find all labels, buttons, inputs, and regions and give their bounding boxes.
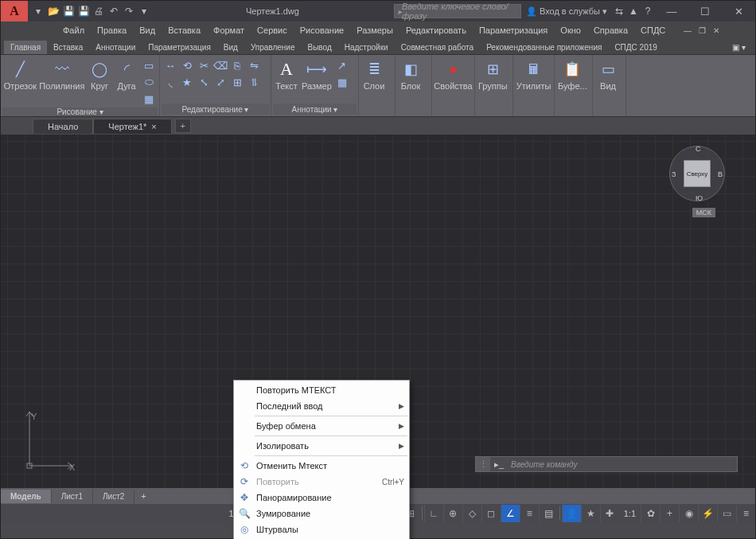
hatch-icon[interactable]: ▦ <box>141 91 157 107</box>
command-line[interactable]: ⋮ ▸_ Введите команду <box>475 456 738 472</box>
ctx-recent-input[interactable]: Последний ввод▶ <box>234 398 409 414</box>
mirror-icon[interactable]: ⇋ <box>246 57 262 73</box>
qat-undo-icon[interactable]: ↶ <box>107 4 121 18</box>
tab-output[interactable]: Вывод <box>302 41 338 54</box>
menu-tools[interactable]: Сервис <box>251 23 294 37</box>
menu-help[interactable]: Справка <box>587 23 634 37</box>
menu-edit[interactable]: Правка <box>91 23 133 37</box>
panel-draw-title[interactable]: Рисование ▾ <box>2 107 158 116</box>
menu-insert[interactable]: Вставка <box>162 23 207 37</box>
properties-button[interactable]: ●Свойства <box>435 57 472 92</box>
trim-icon[interactable]: ✂ <box>196 57 212 73</box>
menu-file[interactable]: Файл <box>57 23 91 37</box>
clean-screen-icon[interactable]: ▭ <box>717 505 736 522</box>
tab-featured[interactable]: Рекомендованные приложения <box>480 41 608 54</box>
tab-parametric[interactable]: Параметризация <box>142 41 217 54</box>
dimension-button[interactable]: ⟼Размер <box>301 57 333 92</box>
ctx-steering-wheels[interactable]: ◎Штурвалы <box>234 521 409 537</box>
ctx-isolate[interactable]: Изолировать▶ <box>234 438 409 454</box>
wcs-label[interactable]: МСК <box>692 208 715 217</box>
viewcube-south[interactable]: Ю <box>696 194 703 202</box>
doc-close-icon[interactable]: ✕ <box>709 23 723 37</box>
menu-modify[interactable]: Редактировать <box>399 23 473 37</box>
copy-icon[interactable]: ⎘ <box>229 57 245 73</box>
menu-format[interactable]: Формат <box>207 23 251 37</box>
scale-label[interactable]: 1:1 <box>619 509 641 518</box>
ctx-undo[interactable]: ⟲Отменить Мтекст <box>234 458 409 474</box>
drawing-canvas[interactable]: Y X С Ю В З Сверху МСК Повторить МТЕКСТ … <box>1 135 755 488</box>
table-icon[interactable]: ▦ <box>334 74 350 90</box>
qat-open-icon[interactable]: 📂 <box>46 4 60 18</box>
sheet-model[interactable]: Модель <box>1 490 52 503</box>
erase-icon[interactable]: ⌫ <box>212 57 228 73</box>
otrack-toggle[interactable]: ∠ <box>501 505 520 522</box>
workspace-switch-icon[interactable]: ✿ <box>641 505 660 522</box>
qat-saveas-icon[interactable]: 💾 <box>76 4 91 18</box>
panel-annot-title[interactable]: Аннотации ▾ <box>273 104 357 115</box>
customize-icon[interactable]: ≡ <box>736 505 755 522</box>
app-menu-icon[interactable]: ▲ <box>626 4 641 18</box>
hardware-accel-icon[interactable]: ⚡ <box>698 505 717 522</box>
layers-button[interactable]: ≣Слои <box>361 57 387 92</box>
line-button[interactable]: ╱Отрезок <box>3 57 37 92</box>
tab-view[interactable]: Вид <box>217 41 244 54</box>
close-button[interactable]: ✕ <box>722 1 755 21</box>
annotation-visibility-icon[interactable]: ★ <box>581 505 600 522</box>
stretch-icon[interactable]: ⤡ <box>196 74 212 90</box>
viewcube-north[interactable]: С <box>696 145 701 153</box>
exchange-icon[interactable]: ⇆ <box>612 4 626 18</box>
ribbon-collapse-icon[interactable]: ▣ ▾ <box>726 41 752 54</box>
viewcube-top[interactable]: Сверху <box>684 160 711 187</box>
doc-restore-icon[interactable]: ❐ <box>695 23 709 37</box>
polar-toggle[interactable]: ⊕ <box>443 505 462 522</box>
arc-button[interactable]: ◜Дуга <box>114 57 139 92</box>
view-button[interactable]: ▭Вид <box>595 57 621 92</box>
lineweight-toggle[interactable]: ≡ <box>520 505 539 522</box>
qat-new-icon[interactable]: ▾ <box>31 4 45 18</box>
menu-draw[interactable]: Рисование <box>294 23 350 37</box>
doc-min-icon[interactable]: — <box>680 23 695 37</box>
explode-icon[interactable]: ★ <box>179 74 195 90</box>
app-logo[interactable]: A <box>1 1 28 21</box>
utilities-button[interactable]: 🖩Утилиты <box>516 57 551 92</box>
chevron-down-icon[interactable]: ▾ <box>137 4 151 18</box>
viewcube-west[interactable]: З <box>672 170 676 178</box>
menu-view[interactable]: Вид <box>133 23 162 37</box>
menu-window[interactable]: Окно <box>554 23 587 37</box>
qat-plot-icon[interactable]: 🖨 <box>92 4 106 18</box>
maximize-button[interactable]: ☐ <box>688 1 722 21</box>
scale-icon[interactable]: ⤢ <box>212 74 228 90</box>
drag-handle-icon[interactable]: ⋮ <box>476 457 490 471</box>
menu-spds[interactable]: СПДС <box>634 23 672 37</box>
minimize-button[interactable]: — <box>655 1 688 21</box>
ctx-clipboard[interactable]: Буфер обмена▶ <box>234 418 409 434</box>
viewcube[interactable]: С Ю В З Сверху <box>669 146 725 201</box>
offset-icon[interactable]: ⥮ <box>246 74 262 90</box>
tab-addins[interactable]: Надстройки <box>338 41 395 54</box>
viewcube-east[interactable]: В <box>718 170 723 178</box>
ctx-pan[interactable]: ✥Панорамирование <box>234 490 409 506</box>
tab-home[interactable]: Главная <box>4 41 47 54</box>
clipboard-button[interactable]: 📋Буфе... <box>557 57 588 92</box>
annotation-scale-icon[interactable]: 👤 <box>562 505 581 522</box>
text-button[interactable]: AТекст <box>274 57 299 92</box>
close-icon[interactable]: × <box>151 122 156 131</box>
annotation-monitor-icon[interactable]: + <box>660 505 679 522</box>
add-layout-button[interactable]: + <box>134 489 152 503</box>
ctx-repeat-mtext[interactable]: Повторить МТЕКСТ <box>234 382 409 398</box>
annotation-autoscale-icon[interactable]: ✚ <box>600 505 619 522</box>
add-tab-button[interactable]: + <box>175 119 191 133</box>
circle-button[interactable]: ◯Круг <box>87 57 112 92</box>
block-button[interactable]: ◧Блок <box>398 57 423 92</box>
tab-manage[interactable]: Управление <box>244 41 302 54</box>
move-icon[interactable]: ↔ <box>162 57 178 73</box>
tab-collaborate[interactable]: Совместная работа <box>395 41 481 54</box>
qat-save-icon[interactable]: 💾 <box>61 4 76 18</box>
groups-button[interactable]: ⊞Группы <box>477 57 509 92</box>
ellipse-icon[interactable]: ⬭ <box>141 74 157 90</box>
doc-tab-start[interactable]: Начало <box>33 119 93 134</box>
menu-dimension[interactable]: Размеры <box>350 23 399 37</box>
sheet-layout2[interactable]: Лист2 <box>93 490 134 503</box>
tab-insert[interactable]: Вставка <box>47 41 89 54</box>
help-icon[interactable]: ? <box>641 4 655 18</box>
